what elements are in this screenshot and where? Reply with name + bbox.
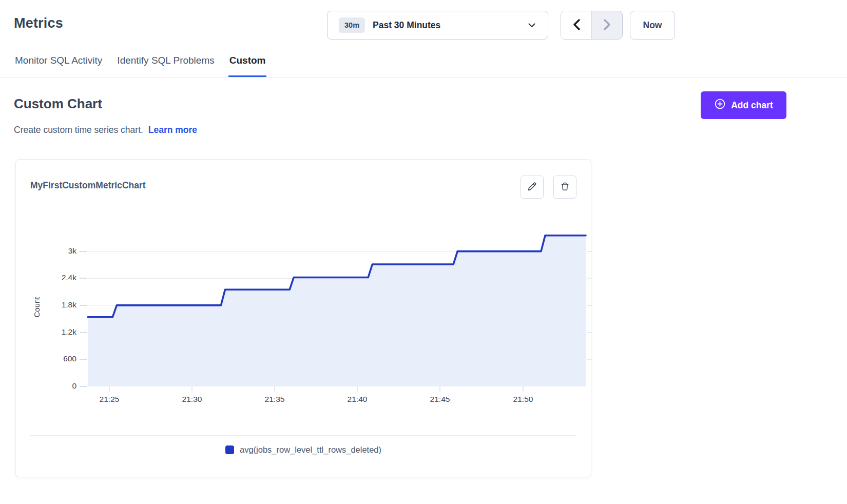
x-tick-mark [274, 386, 275, 392]
previous-range-button[interactable] [561, 11, 591, 39]
tab-identify-sql-problems[interactable]: Identify SQL Problems [116, 53, 215, 77]
x-tick-label: 21:30 [171, 395, 213, 404]
plot-area[interactable] [88, 224, 586, 386]
time-range-select[interactable]: 30m Past 30 Minutes [327, 11, 548, 40]
x-tick-mark [191, 386, 192, 392]
chevron-down-icon [528, 21, 535, 30]
y-tick-label: 600 [45, 354, 76, 363]
legend-item[interactable]: avg(jobs_row_level_ttl_rows_deleted) [16, 445, 591, 455]
time-range-step-group [561, 11, 623, 40]
y-tick-label: 0 [45, 381, 76, 391]
y-tick-mark [587, 251, 592, 252]
add-chart-label: Add chart [731, 100, 773, 111]
y-tick-label: 2.4k [45, 273, 76, 282]
x-tick-mark [523, 386, 524, 392]
time-range-badge: 30m [339, 17, 365, 33]
next-range-button[interactable] [592, 11, 622, 39]
time-range-label: Past 30 Minutes [373, 20, 440, 31]
learn-more-link[interactable]: Learn more [148, 125, 197, 135]
x-tick-label: 21:45 [419, 395, 460, 404]
y-tick-mark [80, 386, 87, 387]
legend-label: avg(jobs_row_level_ttl_rows_deleted) [240, 445, 381, 455]
legend-swatch [225, 445, 234, 454]
divider [30, 435, 576, 436]
y-tick-mark [80, 359, 87, 360]
page-title: Metrics [14, 15, 63, 31]
x-tick-label: 21:35 [254, 395, 295, 404]
chevron-right-icon [604, 19, 611, 32]
metrics-page: Metrics 30m Past 30 Minutes Now Monitor … [0, 0, 847, 504]
x-tick-mark [109, 386, 110, 392]
plus-circle-icon [714, 98, 726, 112]
y-tick-label: 3k [45, 246, 76, 256]
series-area [88, 236, 586, 386]
y-tick-mark [587, 332, 592, 333]
section-subtitle-text: Create custom time series chart. [14, 125, 143, 135]
x-tick-mark [439, 386, 440, 392]
section-title: Custom Chart [14, 96, 102, 112]
plot-svg [88, 224, 586, 386]
x-tick-label: 21:25 [89, 395, 130, 404]
section-subtitle: Create custom time series chart. Learn m… [14, 125, 197, 135]
add-chart-button[interactable]: Add chart [701, 91, 786, 119]
chevron-left-icon [573, 19, 580, 32]
tab-monitor-sql-activity[interactable]: Monitor SQL Activity [14, 53, 103, 77]
y-tick-label: 1.8k [45, 300, 76, 309]
y-axis-title: Count [32, 301, 41, 318]
x-tick-label: 21:40 [337, 395, 378, 404]
x-tick-mark [357, 386, 358, 392]
y-tick-mark [80, 251, 87, 252]
y-tick-mark [80, 278, 87, 279]
now-button[interactable]: Now [630, 11, 675, 40]
tab-bar: Monitor SQL Activity Identify SQL Proble… [0, 53, 847, 77]
tab-custom[interactable]: Custom [228, 53, 267, 77]
chart-card: MyFirstCustomMetricChart Count [15, 159, 591, 477]
y-tick-label: 1.2k [45, 327, 76, 337]
y-tick-mark [587, 278, 592, 279]
y-tick-mark [587, 359, 592, 360]
chart-body: Count avg(jobs_row_level_ttl_rows_delete… [16, 160, 591, 477]
y-tick-mark [80, 332, 87, 333]
y-tick-mark [80, 305, 87, 306]
y-tick-mark [587, 305, 592, 306]
x-tick-label: 21:50 [503, 395, 544, 404]
